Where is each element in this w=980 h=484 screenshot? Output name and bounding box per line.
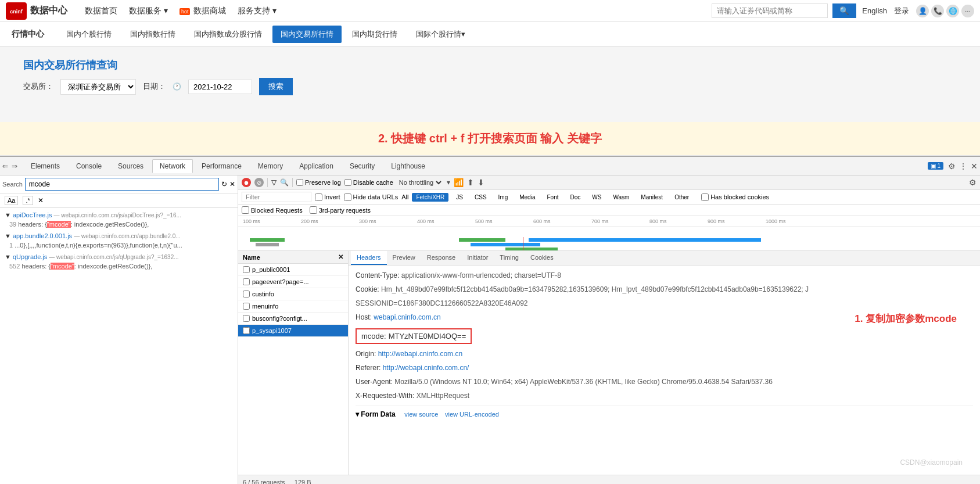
third-party-check[interactable]: 3rd-party requests [310, 206, 371, 214]
upload-icon[interactable]: ⬆ [467, 178, 474, 187]
tab-lighthouse[interactable]: Lighthouse [383, 159, 433, 173]
blocked-requests-check[interactable]: Blocked Requests [242, 206, 303, 214]
item-checkbox-0[interactable] [243, 266, 250, 273]
english-link[interactable]: English [862, 6, 887, 15]
user-icon[interactable]: 👤 [916, 5, 929, 17]
devtools-arrow-right[interactable]: ⇒ [12, 162, 17, 170]
req-tab-cookies[interactable]: Cookies [525, 251, 559, 265]
more-devtools-icon[interactable]: ⋮ [959, 162, 967, 171]
search-regex-btn[interactable]: .* [23, 196, 33, 205]
filter-doc[interactable]: Doc [566, 193, 584, 202]
has-blocked-cookies-check[interactable]: Has blocked cookies [701, 193, 769, 201]
list-item-5[interactable]: p_sysapi1007 [238, 325, 348, 337]
invert-check[interactable]: Invert [315, 193, 340, 201]
tab-console[interactable]: Console [69, 159, 109, 173]
nav-link-market-text[interactable]: 数据商城 [193, 6, 226, 15]
filter-input[interactable] [242, 192, 311, 202]
record-btn[interactable]: ⏺ [242, 178, 251, 187]
filter-other[interactable]: Other [670, 193, 693, 202]
header-value-ua: Mozilla/5.0 (Windows NT 10.0; Win64; x64… [394, 378, 773, 386]
search-refresh-btn[interactable]: ↻ [221, 180, 227, 188]
tab-application[interactable]: Application [292, 159, 341, 173]
nav-link-services[interactable]: 数据服务 ▾ [129, 6, 168, 16]
throttle-select[interactable]: No throttling [397, 178, 443, 187]
filter-icon[interactable]: ▽ [271, 178, 277, 187]
filter-css[interactable]: CSS [471, 193, 491, 202]
filter-media[interactable]: Media [515, 193, 539, 202]
form-data-label[interactable]: ▾ Form Data [356, 410, 396, 418]
filter-fetch-xhr[interactable]: Fetch/XHR [412, 193, 448, 202]
subnav-item-1[interactable]: 国内指数行情 [122, 26, 184, 43]
req-tab-initiator[interactable]: Initiator [461, 251, 494, 265]
globe-icon[interactable]: 🌐 [946, 5, 959, 17]
close-panel-btn[interactable]: ✕ [338, 253, 343, 261]
header-xrw: X-Requested-With: XMLHttpRequest [356, 390, 973, 401]
preserve-log-check[interactable]: Preserve log [296, 179, 341, 186]
item-checkbox-3[interactable] [243, 303, 250, 310]
phone-icon[interactable]: 📞 [931, 5, 944, 17]
login-link[interactable]: 登录 [894, 6, 909, 16]
filter-js[interactable]: JS [452, 193, 467, 202]
top-search-input[interactable] [712, 3, 828, 18]
subnav-item-0[interactable]: 国内个股行情 [58, 26, 120, 43]
filter-font[interactable]: Font [543, 193, 562, 202]
tab-security[interactable]: Security [342, 159, 382, 173]
query-btn[interactable]: 搜索 [259, 78, 293, 95]
item-checkbox-1[interactable] [243, 278, 250, 285]
form-data-view-encoded[interactable]: view URL-encoded [445, 411, 499, 418]
exchange-select[interactable]: 深圳证券交易所 [60, 79, 136, 95]
ruler-700ms: 700 ms [591, 218, 609, 224]
nav-link-home[interactable]: 数据首页 [85, 6, 117, 16]
header-origin: Origin: http://webapi.cninfo.com.cn [356, 349, 973, 359]
subnav-item-4[interactable]: 国内期货行情 [344, 26, 405, 43]
req-tab-preview[interactable]: Preview [387, 251, 421, 265]
settings-icon[interactable]: ⚙ [948, 162, 956, 171]
download-icon[interactable]: ⬇ [478, 178, 484, 187]
subnav-item-5[interactable]: 国际个股行情▾ [408, 26, 473, 43]
stop-btn[interactable]: ⊘ [254, 178, 264, 187]
has-blocked-cookies-label: Has blocked cookies [710, 193, 769, 200]
form-data-view-source[interactable]: view source [404, 411, 438, 418]
list-item-0[interactable]: p_public0001 [238, 264, 348, 276]
subnav-item-2[interactable]: 国内指数成分股行情 [186, 26, 270, 43]
filter-img[interactable]: Img [494, 193, 512, 202]
tab-sources[interactable]: Sources [110, 159, 151, 173]
filter-all-label[interactable]: All [401, 193, 408, 200]
tab-network[interactable]: Network [152, 159, 193, 173]
settings-network-icon[interactable]: ⚙ [969, 178, 977, 187]
item-checkbox-2[interactable] [243, 291, 250, 297]
list-item-1[interactable]: pageevent?page=... [238, 276, 348, 288]
req-tab-response[interactable]: Response [421, 251, 462, 265]
nav-link-support[interactable]: 服务支持 ▾ [238, 6, 277, 16]
search-clear-btn[interactable]: ✕ [229, 180, 235, 188]
devtools-arrow-left[interactable]: ⇐ [2, 162, 8, 170]
item-checkbox-4[interactable] [243, 315, 250, 322]
disable-cache-check[interactable]: Disable cache [344, 179, 393, 186]
close-devtools-icon[interactable]: ✕ [971, 162, 978, 171]
search-aa-btn[interactable]: Aa [5, 196, 18, 205]
list-item-4[interactable]: busconfig?configt... [238, 313, 348, 325]
filter-manifest[interactable]: Manifest [637, 193, 667, 202]
top-search-btn[interactable]: 🔍 [832, 3, 856, 18]
filter-wasm[interactable]: Wasm [609, 193, 633, 202]
wifi-icon[interactable]: 📶 [454, 178, 464, 187]
top-nav: cninf 数据中心 数据首页 数据服务 ▾ hot 数据商城 服务支持 ▾ 🔍… [0, 0, 980, 22]
tab-performance[interactable]: Performance [194, 159, 249, 173]
search-cancel-btn[interactable]: ✕ [38, 196, 44, 205]
list-item-3[interactable]: menuinfo [238, 300, 348, 313]
throttle-dropdown-icon[interactable]: ▾ [447, 178, 450, 187]
item-checkbox-5[interactable] [243, 327, 250, 334]
more-icon[interactable]: ··· [961, 5, 974, 17]
tab-elements[interactable]: Elements [23, 159, 67, 173]
search-pane-input[interactable] [25, 178, 219, 191]
hide-data-urls-check[interactable]: Hide data URLs [344, 193, 399, 201]
file-0-marker: ▼ [5, 211, 13, 218]
list-item-2[interactable]: custinfo [238, 288, 348, 300]
filter-ws[interactable]: WS [588, 193, 605, 202]
req-tab-headers[interactable]: Headers [351, 251, 387, 265]
search-toolbar-icon[interactable]: 🔍 [280, 178, 289, 187]
tab-memory[interactable]: Memory [250, 159, 290, 173]
req-tab-timing[interactable]: Timing [494, 251, 525, 265]
date-input[interactable] [188, 80, 252, 94]
subnav-item-3[interactable]: 国内交易所行情 [272, 26, 342, 43]
